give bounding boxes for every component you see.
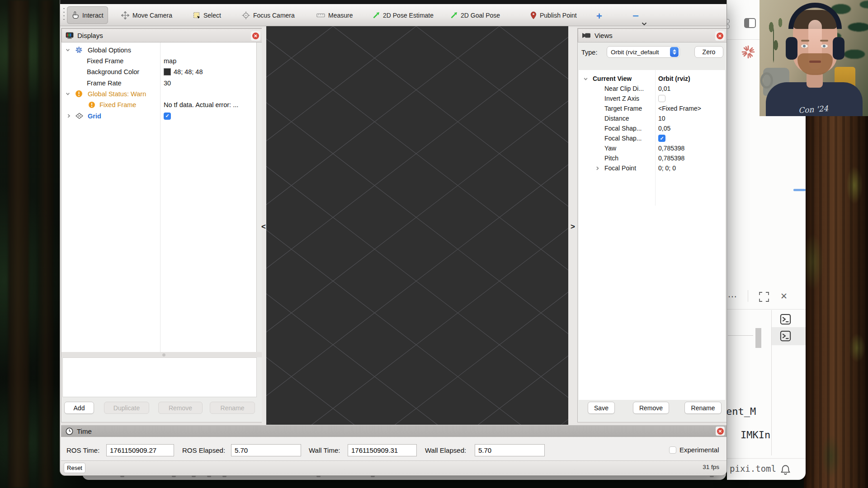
row-value[interactable]: 0,01 <box>658 85 670 92</box>
tree-row-focal-shape-fixed[interactable]: Focal Shap... ✓ <box>579 133 725 143</box>
row-label: Fixed Frame <box>87 57 123 65</box>
statusbar-filename[interactable]: pixi.toml <box>730 464 776 474</box>
checkbox-checked[interactable]: ✓ <box>164 113 171 120</box>
row-value[interactable]: map <box>164 57 176 65</box>
green-arrow-icon <box>450 12 458 19</box>
divider <box>727 309 806 310</box>
chevron-down-icon[interactable] <box>583 76 588 81</box>
checkbox-unchecked[interactable] <box>658 95 665 102</box>
checkbox-checked[interactable]: ✓ <box>658 135 665 142</box>
chevron-down-icon[interactable] <box>65 91 71 96</box>
close-panel-button[interactable]: ✕ <box>716 427 725 436</box>
3d-viewport[interactable] <box>266 26 568 425</box>
row-value[interactable]: ✓ <box>658 135 665 142</box>
row-value[interactable]: 30 <box>164 80 171 87</box>
row-value[interactable]: 0,785398 <box>658 155 684 162</box>
collapse-left-arrow[interactable]: < <box>261 222 266 231</box>
wall-elapsed-input[interactable] <box>475 444 545 456</box>
experimental-toggle[interactable]: Experimental <box>669 446 719 454</box>
tree-trunk <box>8 0 29 488</box>
view-type-dropdown[interactable]: Orbit (rviz_default <box>607 46 680 58</box>
toolbar-drag-handle[interactable] <box>63 8 65 22</box>
terminal-icon[interactable] <box>780 314 791 325</box>
row-value[interactable]: 0,05 <box>658 125 670 132</box>
tree-row-global-options[interactable]: Global Options <box>61 44 256 56</box>
wall-time-input[interactable] <box>348 444 417 456</box>
dropdown-value: Orbit (rviz_default <box>607 49 670 56</box>
tree-row-pitch[interactable]: Pitch 0,785398 <box>579 153 725 163</box>
chevron-down-icon[interactable] <box>65 47 71 52</box>
tree-row-frame-rate[interactable]: Frame Rate 30 <box>61 77 256 89</box>
bell-icon[interactable] <box>780 465 791 475</box>
tree-row-invert-z[interactable]: Invert Z Axis <box>579 94 725 103</box>
tree-row-near-clip[interactable]: Near Clip Di... 0,01 <box>579 84 725 94</box>
views-panel-header[interactable]: Views ✕ <box>578 28 727 42</box>
more-actions-button[interactable]: ⋯ <box>728 291 737 302</box>
rename-view-button[interactable]: Rename <box>684 402 722 414</box>
remove-tool-button[interactable]: − <box>632 9 639 22</box>
tree-row-focal-point[interactable]: Focal Point 0; 0; 0 <box>579 163 725 173</box>
tree-row-target-frame[interactable]: Target Frame <Fixed Frame> <box>579 103 725 113</box>
tree-row-focal-shape-size[interactable]: Focal Shap... 0,05 <box>579 123 725 133</box>
displays-panel-header[interactable]: Displays ✕ <box>61 28 263 42</box>
time-panel-footer: Reset 31 fps <box>61 460 726 475</box>
tree-row-global-status[interactable]: Global Status: Warn <box>61 88 256 99</box>
scrollbar-thumb[interactable] <box>755 328 761 348</box>
views-list-area[interactable] <box>579 206 725 400</box>
ros-time-input[interactable] <box>106 444 174 456</box>
zero-button[interactable]: Zero <box>694 46 723 58</box>
panel-splitter[interactable] <box>61 352 263 357</box>
tool-move-camera[interactable]: Move Camera <box>117 6 177 24</box>
displays-filter-area[interactable] <box>62 357 257 397</box>
displays-panel: Displays ✕ Global Options Fixed Frame ma… <box>61 28 263 422</box>
tool-select[interactable]: Select <box>189 6 226 24</box>
toolbar-overflow-chevron-icon[interactable] <box>642 22 647 26</box>
tree-row-grid[interactable]: Grid ✓ <box>61 110 256 122</box>
close-panel-button[interactable]: ✕ <box>251 31 260 41</box>
tool-measure[interactable]: Measure <box>312 6 357 24</box>
left-panel-collapse-strip[interactable]: < <box>262 28 266 425</box>
chevron-right-icon[interactable] <box>595 166 600 171</box>
chevron-right-icon[interactable] <box>66 113 71 119</box>
tree-row-current-view[interactable]: Current View Orbit (rviz) <box>579 74 725 84</box>
right-panel-collapse-strip[interactable]: > <box>568 28 577 425</box>
sidebar-layout-icon[interactable] <box>744 18 756 28</box>
tree-row-fixed-frame[interactable]: Fixed Frame map <box>61 55 256 66</box>
time-panel-header[interactable]: Time ✕ <box>61 425 726 437</box>
duplicate-display-button[interactable]: Duplicate <box>104 402 149 414</box>
tool-publish-point[interactable]: Publish Point <box>526 6 581 24</box>
row-value[interactable]: 0; 0; 0 <box>658 164 676 172</box>
maximize-panel-icon[interactable] <box>759 291 769 302</box>
checkbox-unchecked[interactable] <box>669 446 676 454</box>
row-value[interactable]: ✓ <box>164 113 171 120</box>
tool-2d-goal-pose[interactable]: 2D Goal Pose <box>446 6 505 24</box>
row-value[interactable]: <Fixed Frame> <box>658 105 701 112</box>
close-panel-button[interactable]: ✕ <box>715 31 725 41</box>
close-panel-button[interactable]: ✕ <box>780 291 788 301</box>
save-view-button[interactable]: Save <box>588 402 615 414</box>
remove-view-button[interactable]: Remove <box>633 402 669 414</box>
tree-row-status-fixed-frame[interactable]: Fixed Frame No tf data. Actual error: ..… <box>61 99 256 110</box>
tree-row-yaw[interactable]: Yaw 0,785398 <box>579 143 725 153</box>
collapse-right-arrow[interactable]: > <box>571 222 575 231</box>
terminal-icon[interactable] <box>780 330 791 342</box>
row-value[interactable]: 10 <box>658 115 665 122</box>
row-value[interactable]: 48; 48; 48 <box>164 68 203 75</box>
add-tool-button[interactable]: + <box>596 10 602 22</box>
tree-row-background-color[interactable]: Background Color 48; 48; 48 <box>61 66 256 77</box>
tool-2d-pose-estimate[interactable]: 2D Pose Estimate <box>368 6 438 24</box>
tool-interact[interactable]: Interact <box>67 6 108 24</box>
remove-display-button[interactable]: Remove <box>158 402 203 414</box>
panel-title: Time <box>77 427 92 435</box>
move-arrows-icon <box>121 11 129 19</box>
tree-row-distance[interactable]: Distance 10 <box>579 113 725 123</box>
ros-elapsed-input[interactable] <box>231 444 301 456</box>
reset-button[interactable]: Reset <box>64 463 85 473</box>
row-value[interactable]: 0,785398 <box>658 145 684 152</box>
rename-display-button[interactable]: Rename <box>210 402 255 414</box>
tool-focus-camera[interactable]: Focus Camera <box>237 6 299 24</box>
dropdown-stepper-icon[interactable] <box>670 47 679 57</box>
row-value[interactable] <box>658 95 665 102</box>
tool-label: 2D Pose Estimate <box>383 12 434 19</box>
add-display-button[interactable]: Add <box>64 402 94 414</box>
